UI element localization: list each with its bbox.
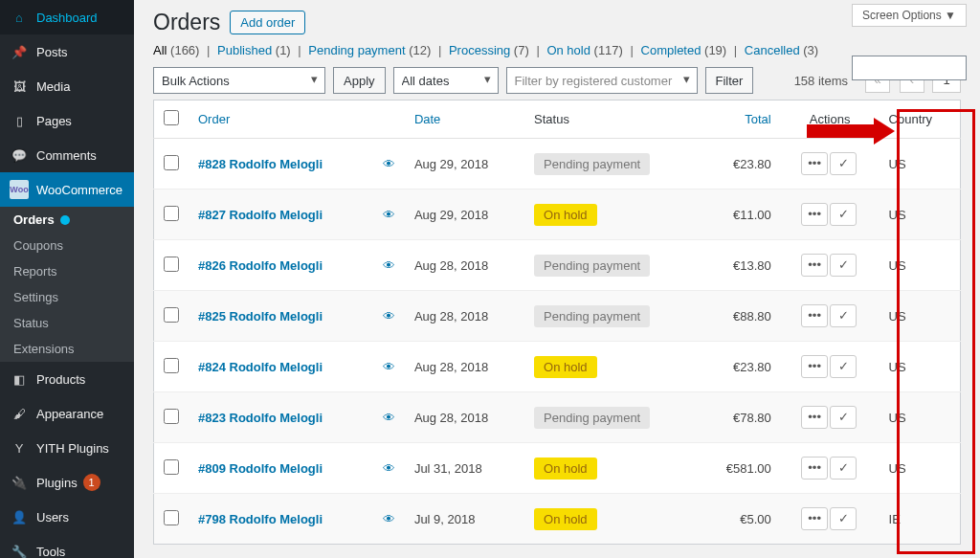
col-order[interactable]: Order — [189, 100, 373, 139]
complete-button[interactable]: ✓ — [830, 203, 857, 226]
filter-published[interactable]: Published — [217, 43, 272, 57]
more-actions-button[interactable]: ••• — [801, 507, 828, 530]
preview-icon[interactable]: 👁 — [383, 258, 395, 273]
status-badge: On hold — [534, 204, 597, 226]
complete-button[interactable]: ✓ — [830, 304, 857, 327]
filter-processing[interactable]: Processing — [449, 43, 510, 57]
sidebar-subitem-orders[interactable]: Orders — [0, 207, 134, 233]
order-link[interactable]: #798 Rodolfo Melogli — [198, 512, 323, 526]
filter-completed[interactable]: Completed — [641, 43, 702, 57]
filter-cancelled[interactable]: Cancelled — [745, 43, 800, 57]
row-checkbox[interactable] — [164, 358, 179, 373]
filter-pending[interactable]: Pending payment — [308, 43, 405, 57]
status-badge: Pending payment — [534, 153, 650, 175]
more-actions-button[interactable]: ••• — [801, 355, 828, 378]
sidebar-subitem-settings[interactable]: Settings — [0, 284, 134, 310]
complete-button[interactable]: ✓ — [830, 152, 857, 175]
woocommerce-icon: Woo — [10, 180, 29, 199]
preview-icon[interactable]: 👁 — [383, 360, 395, 374]
search-input[interactable] — [852, 56, 967, 80]
sidebar-item-media[interactable]: 🖼Media — [0, 69, 134, 103]
filter-count: (117) — [594, 43, 623, 57]
preview-icon[interactable]: 👁 — [383, 411, 395, 425]
filter-button[interactable]: Filter — [705, 67, 754, 94]
order-date: Jul 31, 2018 — [405, 443, 524, 494]
more-actions-button[interactable]: ••• — [801, 152, 828, 175]
order-date: Aug 29, 2018 — [405, 139, 524, 190]
col-total[interactable]: Total — [699, 100, 781, 139]
update-badge: 1 — [83, 474, 100, 491]
row-checkbox[interactable] — [164, 459, 179, 475]
sidebar-subitem-extensions[interactable]: Extensions — [0, 336, 134, 362]
customer-filter-select[interactable]: Filter by registered customer — [506, 67, 698, 94]
row-checkbox[interactable] — [164, 510, 179, 525]
preview-icon[interactable]: 👁 — [383, 157, 395, 171]
complete-button[interactable]: ✓ — [830, 406, 857, 429]
sidebar-item-plugins[interactable]: 🔌Plugins1 — [0, 465, 134, 500]
col-status: Status — [524, 100, 699, 139]
sidebar-item-comments[interactable]: 💬Comments — [0, 138, 134, 172]
sidebar-item-label: Tools — [36, 545, 65, 559]
page-title-row: Orders Add order — [153, 10, 961, 35]
order-link[interactable]: #826 Rodolfo Melogli — [198, 258, 323, 273]
col-date[interactable]: Date — [405, 100, 524, 139]
sidebar-subitem-coupons[interactable]: Coupons — [0, 233, 134, 258]
filter-all[interactable]: All — [153, 43, 167, 57]
sidebar-item-appearance[interactable]: 🖌Appearance — [0, 396, 134, 431]
more-actions-button[interactable]: ••• — [801, 457, 828, 480]
order-link[interactable]: #827 Rodolfo Melogli — [198, 208, 323, 222]
products-icon: ◧ — [10, 369, 29, 389]
add-order-button[interactable]: Add order — [230, 11, 305, 34]
row-checkbox[interactable] — [164, 307, 179, 323]
apply-button[interactable]: Apply — [333, 67, 386, 94]
screen-options-toggle[interactable]: Screen Options ▼ — [852, 4, 967, 27]
sidebar-item-label: Users — [36, 510, 69, 525]
complete-button[interactable]: ✓ — [830, 507, 857, 530]
complete-button[interactable]: ✓ — [830, 355, 857, 378]
sidebar-item-pages[interactable]: ▯Pages — [0, 103, 134, 138]
order-link[interactable]: #825 Rodolfo Melogli — [198, 309, 323, 324]
order-link[interactable]: #809 Rodolfo Melogli — [198, 461, 323, 476]
sidebar-item-woocommerce[interactable]: WooWooCommerce — [0, 172, 134, 207]
sidebar-item-dashboard[interactable]: ⌂Dashboard — [0, 0, 134, 34]
sidebar-item-label: Plugins — [36, 476, 78, 490]
sidebar-subitem-status[interactable]: Status — [0, 310, 134, 336]
sidebar-item-products[interactable]: ◧Products — [0, 362, 134, 396]
date-filter-select[interactable]: All dates — [393, 67, 499, 94]
row-checkbox[interactable] — [164, 409, 179, 424]
preview-icon[interactable]: 👁 — [383, 512, 395, 526]
more-actions-button[interactable]: ••• — [801, 406, 828, 429]
order-total: €23.80 — [699, 139, 781, 190]
sidebar-item-label: Pages — [36, 114, 72, 128]
sidebar-item-users[interactable]: 👤Users — [0, 500, 134, 534]
more-actions-button[interactable]: ••• — [801, 304, 828, 327]
more-actions-button[interactable]: ••• — [801, 203, 828, 226]
status-filter-links: All (166) | Published (1) | Pending paym… — [153, 43, 961, 57]
sidebar-item-label: YITH Plugins — [36, 441, 109, 456]
tools-icon: 🔧 — [10, 542, 29, 558]
complete-button[interactable]: ✓ — [830, 457, 857, 480]
order-link[interactable]: #828 Rodolfo Melogli — [198, 157, 323, 171]
bulk-actions-select[interactable]: Bulk Actions — [153, 67, 325, 94]
row-checkbox[interactable] — [164, 257, 179, 272]
order-country: US — [880, 291, 961, 342]
filter-onhold[interactable]: On hold — [546, 43, 590, 57]
order-date: Aug 28, 2018 — [405, 342, 524, 392]
preview-icon[interactable]: 👁 — [383, 309, 395, 324]
sidebar-item-posts[interactable]: 📌Posts — [0, 34, 134, 69]
preview-icon[interactable]: 👁 — [383, 461, 395, 476]
more-actions-button[interactable]: ••• — [801, 254, 828, 277]
order-link[interactable]: #824 Rodolfo Melogli — [198, 360, 323, 374]
complete-button[interactable]: ✓ — [830, 254, 857, 277]
row-checkbox[interactable] — [164, 206, 179, 221]
col-country: Country — [880, 100, 961, 139]
sidebar-item-yith[interactable]: YYITH Plugins — [0, 431, 134, 465]
select-all-checkbox[interactable] — [164, 110, 179, 125]
order-link[interactable]: #823 Rodolfo Melogli — [198, 411, 323, 425]
sidebar-item-tools[interactable]: 🔧Tools — [0, 534, 134, 558]
row-checkbox[interactable] — [164, 155, 179, 170]
preview-icon[interactable]: 👁 — [383, 208, 395, 222]
order-date: Aug 28, 2018 — [405, 392, 524, 443]
sidebar-subitem-reports[interactable]: Reports — [0, 258, 134, 284]
dashboard-icon: ⌂ — [10, 8, 29, 27]
